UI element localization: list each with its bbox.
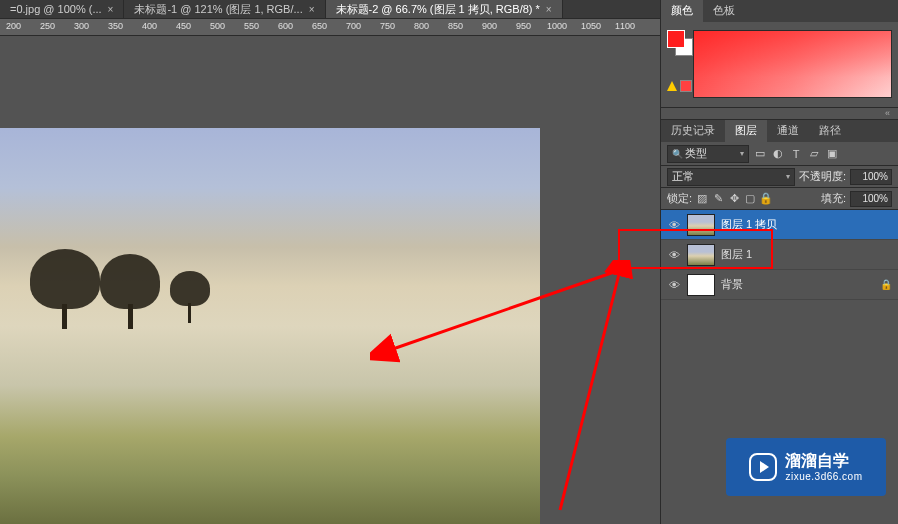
image-content xyxy=(100,254,160,309)
ruler-tick-label: 950 xyxy=(516,21,531,31)
layer-thumbnail[interactable] xyxy=(687,244,715,266)
visibility-toggle-icon[interactable]: 👁 xyxy=(667,249,681,261)
ruler-tick-label: 850 xyxy=(448,21,463,31)
play-icon xyxy=(749,453,777,481)
document-canvas[interactable] xyxy=(0,128,540,524)
close-icon[interactable]: × xyxy=(546,4,552,15)
ruler-tick-label: 500 xyxy=(210,21,225,31)
layer-row[interactable]: 👁 图层 1 xyxy=(661,240,898,270)
visibility-toggle-icon[interactable]: 👁 xyxy=(667,219,681,231)
ruler-tick-label: 550 xyxy=(244,21,259,31)
ruler-tick-label: 350 xyxy=(108,21,123,31)
tab-label: 未标题-1 @ 121% (图层 1, RGB/... xyxy=(134,2,302,17)
ruler-tick-label: 1100 xyxy=(615,21,635,31)
layer-thumbnail[interactable] xyxy=(687,274,715,296)
image-content xyxy=(170,271,210,306)
color-panel-tabs: 颜色 色板 xyxy=(661,0,898,22)
opacity-input[interactable]: 100% xyxy=(850,169,892,185)
document-tab[interactable]: =0.jpg @ 100% (... × xyxy=(0,0,124,18)
ruler-tick-label: 700 xyxy=(346,21,361,31)
ruler-tick-label: 1050 xyxy=(581,21,601,31)
watermark-title: 溜溜自学 xyxy=(785,451,862,470)
layer-name[interactable]: 图层 1 xyxy=(721,247,752,262)
search-icon: 🔍 xyxy=(672,149,683,159)
ruler-tick-label: 900 xyxy=(482,21,497,31)
tab-layers[interactable]: 图层 xyxy=(725,120,767,142)
tab-history[interactable]: 历史记录 xyxy=(661,120,725,142)
close-icon[interactable]: × xyxy=(309,4,315,15)
watermark-url: zixue.3d66.com xyxy=(785,471,862,483)
layers-panel-tabs: 历史记录 图层 通道 路径 xyxy=(661,120,898,142)
lock-transparency-icon[interactable]: ▨ xyxy=(696,193,708,205)
ruler-tick-label: 200 xyxy=(6,21,21,31)
foreground-color-swatch[interactable] xyxy=(667,30,685,48)
fill-input[interactable]: 100% xyxy=(850,191,892,207)
layer-filter-row: 🔍 类型 ▾ ▭ ◐ T ▱ ▣ xyxy=(661,142,898,166)
filter-pixel-icon[interactable]: ▭ xyxy=(753,147,767,161)
visibility-toggle-icon[interactable]: 👁 xyxy=(667,279,681,291)
chevron-down-icon: ▾ xyxy=(740,149,744,158)
layer-name[interactable]: 图层 1 拷贝 xyxy=(721,217,777,232)
lock-fill-row: 锁定: ▨ ✎ ✥ ▢ 🔒 填充: 100% xyxy=(661,188,898,210)
tab-channels[interactable]: 通道 xyxy=(767,120,809,142)
watermark-logo: 溜溜自学 zixue.3d66.com xyxy=(726,438,886,496)
lock-position-icon[interactable]: ✥ xyxy=(728,193,740,205)
layers-panel: 历史记录 图层 通道 路径 🔍 类型 ▾ ▭ ◐ T ▱ ▣ 正常 ▾ 不透明度… xyxy=(661,120,898,300)
lock-all-icon[interactable]: 🔒 xyxy=(760,193,772,205)
collapse-icon: « xyxy=(885,108,890,118)
document-tab-active[interactable]: 未标题-2 @ 66.7% (图层 1 拷贝, RGB/8) * × xyxy=(326,0,563,18)
lock-artboard-icon[interactable]: ▢ xyxy=(744,193,756,205)
tab-label: =0.jpg @ 100% (... xyxy=(10,3,102,15)
tab-paths[interactable]: 路径 xyxy=(809,120,851,142)
chevron-down-icon: ▾ xyxy=(786,172,790,181)
canvas-area xyxy=(0,36,660,524)
image-content xyxy=(30,249,100,309)
layer-filter-type-select[interactable]: 🔍 类型 ▾ xyxy=(667,145,749,163)
filter-adjustment-icon[interactable]: ◐ xyxy=(771,147,785,161)
blend-mode-value: 正常 xyxy=(672,169,694,184)
ruler-tick-label: 1000 xyxy=(547,21,567,31)
opacity-label: 不透明度: xyxy=(799,169,846,184)
tab-color[interactable]: 颜色 xyxy=(661,0,703,22)
gamut-suggested-swatch[interactable] xyxy=(680,80,692,92)
ruler-tick-label: 250 xyxy=(40,21,55,31)
layer-row[interactable]: 👁 图层 1 拷贝 xyxy=(661,210,898,240)
color-spectrum[interactable] xyxy=(693,30,892,98)
filter-type-icon[interactable]: T xyxy=(789,147,803,161)
blend-mode-select[interactable]: 正常 ▾ xyxy=(667,168,795,186)
panel-collapse-button[interactable]: « xyxy=(661,108,898,120)
filter-shape-icon[interactable]: ▱ xyxy=(807,147,821,161)
ruler-tick-label: 800 xyxy=(414,21,429,31)
color-panel-body xyxy=(661,22,898,108)
fill-label: 填充: xyxy=(821,191,846,206)
fg-bg-swatch[interactable] xyxy=(667,30,687,99)
ruler-tick-label: 400 xyxy=(142,21,157,31)
ruler-tick-label: 300 xyxy=(74,21,89,31)
layer-kind-label: 类型 xyxy=(685,146,707,161)
ruler-tick-label: 450 xyxy=(176,21,191,31)
ruler-tick-label: 650 xyxy=(312,21,327,31)
layer-thumbnail[interactable] xyxy=(687,214,715,236)
ruler-tick-label: 750 xyxy=(380,21,395,31)
filter-smart-icon[interactable]: ▣ xyxy=(825,147,839,161)
ruler-tick-label: 600 xyxy=(278,21,293,31)
lock-icon: 🔒 xyxy=(880,279,892,290)
lock-label: 锁定: xyxy=(667,191,692,206)
tab-swatches[interactable]: 色板 xyxy=(703,0,745,22)
lock-pixels-icon[interactable]: ✎ xyxy=(712,193,724,205)
blend-opacity-row: 正常 ▾ 不透明度: 100% xyxy=(661,166,898,188)
tab-label: 未标题-2 @ 66.7% (图层 1 拷贝, RGB/8) * xyxy=(336,2,540,17)
layer-name[interactable]: 背景 xyxy=(721,277,743,292)
close-icon[interactable]: × xyxy=(108,4,114,15)
gamut-warning-icon[interactable] xyxy=(667,81,677,91)
layer-row[interactable]: 👁 背景 🔒 xyxy=(661,270,898,300)
document-tab[interactable]: 未标题-1 @ 121% (图层 1, RGB/... × xyxy=(124,0,325,18)
